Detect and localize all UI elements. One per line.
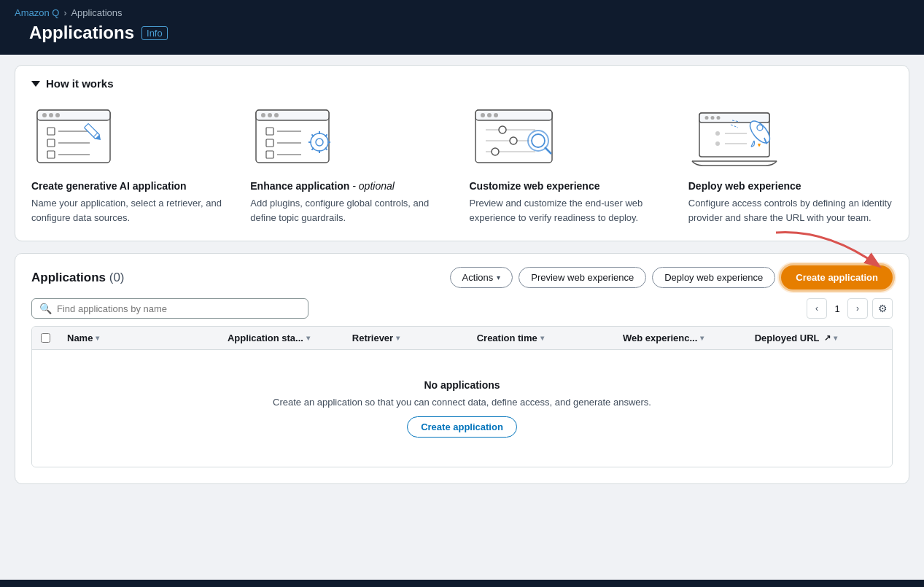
step-2: Enhance application - optional Add plugi…: [250, 104, 454, 225]
applications-table: Name ▾ Application sta... ▾ Retriever ▾ …: [31, 326, 893, 467]
svg-point-4: [55, 113, 60, 117]
empty-state: No applications Create an application so…: [32, 350, 892, 467]
breadcrumb-separator: ›: [63, 8, 66, 18]
search-row: 🔍 ‹ 1 › ⚙: [31, 298, 893, 319]
how-it-works-label: How it works: [46, 77, 114, 90]
step2-icon: [250, 104, 345, 170]
apps-count: (0): [109, 271, 125, 284]
breadcrumb-parent[interactable]: Amazon Q: [15, 7, 59, 18]
svg-point-41: [499, 126, 506, 133]
empty-create-application-button[interactable]: Create application: [407, 416, 517, 438]
svg-point-16: [261, 113, 265, 117]
svg-point-17: [268, 113, 272, 117]
th-status[interactable]: Application sta... ▾: [219, 333, 343, 343]
svg-point-3: [49, 113, 53, 117]
th-retriever[interactable]: Retriever ▾: [343, 333, 468, 343]
breadcrumb: Amazon Q › Applications: [15, 7, 909, 18]
svg-rect-36: [475, 110, 552, 120]
sort-name-icon: ▾: [96, 334, 99, 342]
create-application-button[interactable]: Create application: [781, 265, 893, 289]
select-all-checkbox[interactable]: [41, 333, 50, 343]
svg-point-18: [274, 113, 279, 117]
svg-rect-7: [47, 139, 55, 147]
page-number: 1: [831, 303, 843, 314]
svg-point-55: [715, 131, 720, 136]
svg-point-37: [481, 113, 485, 117]
svg-rect-1: [37, 110, 110, 120]
search-icon: 🔍: [39, 303, 52, 314]
th-web-experience[interactable]: Web experienc... ▾: [614, 333, 746, 343]
actions-button[interactable]: Actions ▾: [450, 267, 513, 288]
external-link-icon: ↗: [824, 333, 831, 343]
info-link[interactable]: Info: [141, 26, 168, 40]
svg-point-45: [492, 148, 499, 155]
svg-point-54: [716, 116, 720, 120]
svg-rect-23: [266, 151, 273, 158]
sort-retriever-icon: ▾: [396, 334, 400, 342]
sort-url-icon: ▾: [834, 334, 837, 342]
deploy-web-button[interactable]: Deploy web experience: [652, 267, 775, 288]
svg-point-2: [42, 113, 47, 117]
svg-point-47: [532, 134, 545, 147]
step1-desc: Name your application, select a retrieve…: [31, 196, 236, 225]
step-1: Create generative AI application Name yo…: [31, 104, 236, 225]
table-settings-button[interactable]: ⚙: [872, 298, 893, 319]
step2-desc: Add plugins, configure global controls, …: [250, 196, 454, 225]
svg-rect-21: [266, 139, 273, 147]
svg-rect-19: [266, 128, 273, 135]
sort-status-icon: ▾: [306, 334, 310, 342]
svg-point-53: [710, 116, 714, 120]
table-header: Name ▾ Application sta... ▾ Retriever ▾ …: [32, 327, 892, 350]
step1-icon: [31, 104, 126, 170]
svg-point-52: [704, 116, 708, 120]
svg-rect-9: [47, 151, 55, 158]
step3-title: Customize web experience: [470, 180, 674, 192]
svg-point-60: [757, 125, 763, 131]
svg-point-26: [316, 139, 323, 146]
actions-caret-icon: ▾: [497, 273, 500, 281]
step4-icon: [688, 104, 783, 170]
step-4: Deploy web experience Configure access c…: [688, 104, 893, 225]
th-name[interactable]: Name ▾: [58, 333, 219, 343]
collapse-icon: [31, 81, 40, 87]
steps-row: Create generative AI application Name yo…: [31, 104, 893, 225]
th-creation[interactable]: Creation time ▾: [468, 333, 614, 343]
step4-desc: Configure access controls by defining an…: [688, 196, 893, 225]
step4-title: Deploy web experience: [688, 180, 893, 192]
step3-desc: Preview and customize the end-user web e…: [470, 196, 674, 225]
empty-title: No applications: [424, 379, 500, 391]
page-title: Applications: [29, 23, 134, 43]
how-it-works-card: How it works: [15, 65, 909, 241]
svg-rect-50: [699, 113, 769, 123]
th-checkbox: [32, 333, 58, 343]
next-page-button[interactable]: ›: [847, 298, 868, 319]
step-3: Customize web experience Preview and cus…: [470, 104, 674, 225]
th-deployed-url[interactable]: Deployed URL ↗ ▾: [746, 333, 892, 343]
table-body: No applications Create an application so…: [32, 350, 892, 467]
search-box: 🔍: [31, 298, 308, 319]
actions-row: Actions ▾ Preview web experience Deploy …: [450, 265, 893, 289]
sort-web-icon: ▾: [700, 334, 704, 342]
apps-header-row: Applications (0) Actions ▾: [31, 265, 893, 289]
search-input[interactable]: [57, 303, 300, 314]
applications-card: Applications (0) Actions ▾: [15, 253, 909, 484]
pagination-row: ‹ 1 › ⚙: [807, 298, 893, 319]
svg-point-38: [487, 113, 492, 117]
step3-icon: [470, 104, 564, 170]
step1-title: Create generative AI application: [31, 180, 236, 192]
prev-page-button[interactable]: ‹: [807, 298, 827, 319]
svg-rect-5: [47, 128, 55, 135]
svg-point-57: [715, 141, 720, 146]
step2-title: Enhance application - optional: [250, 180, 454, 192]
preview-web-button[interactable]: Preview web experience: [519, 267, 646, 288]
svg-rect-15: [256, 110, 329, 120]
breadcrumb-current: Applications: [71, 7, 122, 18]
how-it-works-header[interactable]: How it works: [31, 77, 893, 90]
sort-creation-icon: ▾: [540, 334, 544, 342]
svg-point-43: [510, 137, 517, 144]
empty-desc: Create an application so that you can co…: [273, 397, 651, 408]
apps-title: Applications (0): [31, 271, 125, 285]
svg-point-39: [494, 113, 498, 117]
